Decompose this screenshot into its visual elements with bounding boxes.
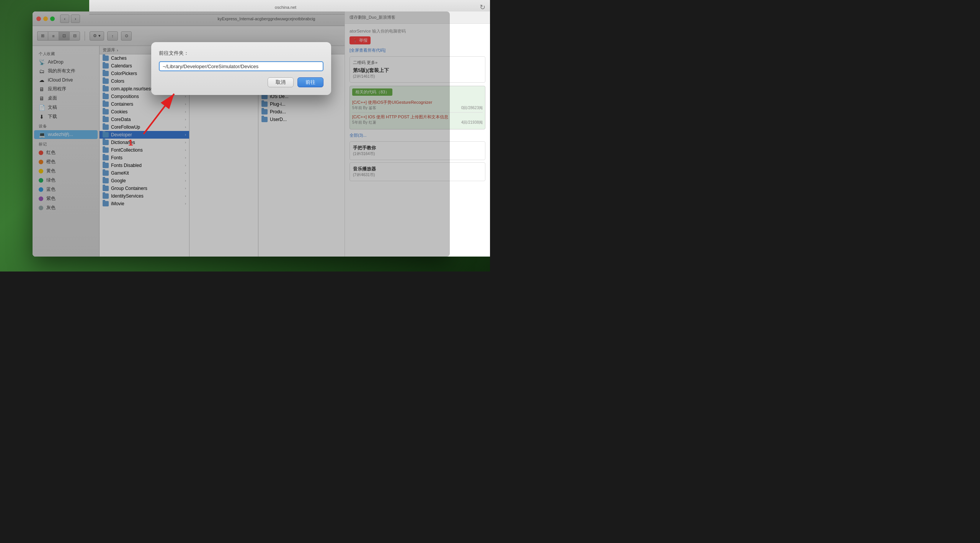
modal-overlay: 前往文件夹： 取消 前往	[33, 11, 450, 257]
dialog-input-row	[159, 61, 323, 71]
code-stats-1: 0回/28623阅	[461, 105, 483, 111]
browser-refresh-icon[interactable]: ↻	[480, 3, 485, 11]
goto-folder-dialog: 前往文件夹： 取消 前往	[151, 42, 331, 95]
goto-folder-input[interactable]	[159, 61, 323, 71]
cancel-button[interactable]: 取消	[268, 77, 294, 87]
goto-button[interactable]: 前往	[297, 77, 323, 87]
finder-window: ‹ › kyExpress_Internal-acgberggndwuwgcej…	[33, 11, 450, 257]
code-stats-2: 4回/21938阅	[461, 120, 483, 125]
desktop-icons-column	[0, 0, 34, 272]
browser-title: oschina.net	[94, 5, 477, 10]
dialog-buttons: 取消 前往	[159, 77, 323, 87]
dialog-title: 前往文件夹：	[159, 50, 323, 57]
